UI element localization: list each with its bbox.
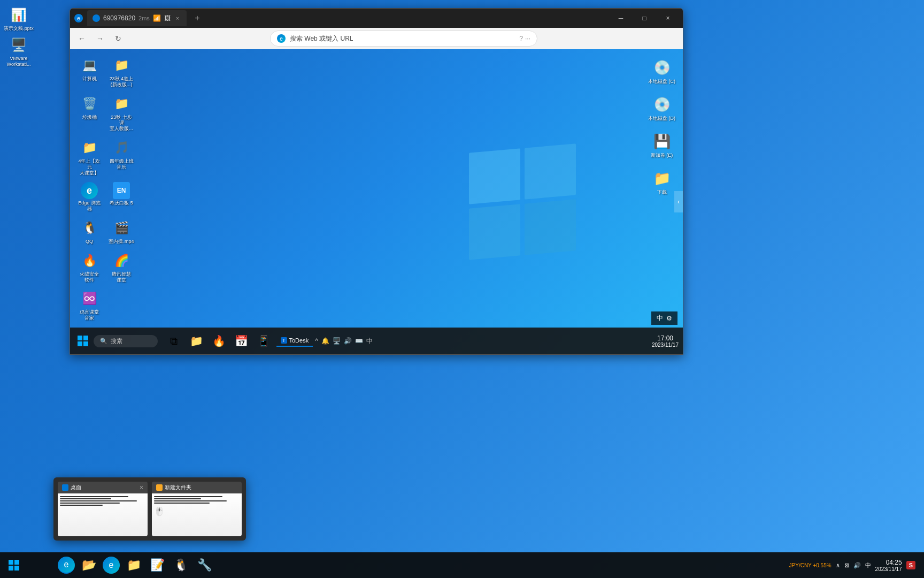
lang-indicator[interactable]: 中 ⚙ bbox=[651, 311, 677, 325]
qq-label: QQ bbox=[86, 239, 93, 245]
icon-disk-d[interactable]: 💿 本地磁盘 (D) bbox=[646, 92, 677, 124]
refresh-button[interactable]: ↻ bbox=[111, 31, 126, 46]
expand-icon[interactable]: ^ bbox=[315, 337, 318, 345]
preview-folder[interactable]: 新建文件夹 🖱️ bbox=[152, 482, 242, 536]
icon-qq[interactable]: 🐧 QQ bbox=[74, 216, 104, 247]
icon-folder1[interactable]: 📁 23秋 4道上(新改版...) bbox=[106, 54, 136, 90]
window-controls: ─ □ × bbox=[610, 11, 679, 26]
outer-tool-icon[interactable]: 🔧 bbox=[195, 556, 214, 575]
keyboard-icon[interactable]: ⌨️ bbox=[355, 337, 363, 345]
screen-icon[interactable]: 🖥️ bbox=[333, 337, 341, 345]
outer-start-button[interactable] bbox=[4, 556, 24, 575]
icon-tencent-class[interactable]: 🌈 腾讯智慧课堂 bbox=[106, 249, 136, 285]
outer-sys-tray: JPY/CNY +0.55% ∧ ⊠ 🔊 中 04:25 2023/11/17 … bbox=[789, 559, 920, 572]
disk-e-label: 新加卷 (E) bbox=[651, 152, 673, 159]
outer-network-icon[interactable]: ⊠ bbox=[844, 562, 849, 569]
music-icon: 🎵 bbox=[112, 138, 131, 157]
qq-icon: 🐧 bbox=[80, 218, 99, 238]
browser-tab[interactable]: 690976820 2ms 📶 🖼 × bbox=[87, 10, 187, 26]
help-icon[interactable]: ? bbox=[519, 35, 523, 42]
files-icon[interactable]: 📁 bbox=[187, 331, 206, 351]
inner-lang[interactable]: 中 bbox=[366, 337, 373, 346]
inner-right-icons: 💿 本地磁盘 (C) 💿 本地磁盘 (D) 💾 新加卷 (E) 📁 下载 bbox=[646, 55, 677, 198]
outer-expand-icon[interactable]: ∧ bbox=[836, 562, 840, 569]
outer-folder-icon[interactable]: 📁 bbox=[124, 556, 143, 575]
icon-edge[interactable]: e Edge 浏览器 bbox=[74, 180, 104, 214]
win-logo-bl bbox=[469, 204, 520, 260]
disk-d-icon: 💿 bbox=[651, 94, 673, 115]
outer-input-method[interactable]: S bbox=[906, 561, 915, 569]
outer-taskbar: e 📂 e 📁 📝 🐧 🔧 JPY/CNY +0.55% ∧ ⊠ 🔊 中 04:… bbox=[0, 552, 924, 578]
icon-security[interactable]: 🔥 火绒安全软件 bbox=[74, 249, 104, 285]
svg-rect-1 bbox=[83, 336, 88, 340]
outer-taskbar-icons: e 📂 e 📁 📝 🐧 🔧 bbox=[58, 556, 214, 575]
phone-icon[interactable]: 📱 bbox=[254, 331, 273, 351]
forward-button[interactable]: → bbox=[93, 31, 107, 46]
more-icon[interactable]: ··· bbox=[525, 35, 530, 42]
inner-sys-tray: ^ 🔔 🖥️ 🔊 ⌨️ 中 bbox=[315, 337, 373, 346]
sidebar-toggle-button[interactable]: ‹ bbox=[674, 191, 683, 212]
calendar-icon[interactable]: 📅 bbox=[232, 331, 251, 351]
outer-qq-icon[interactable]: 🐧 bbox=[171, 556, 190, 575]
inner-search[interactable]: 🔍 搜索 bbox=[94, 335, 158, 347]
icon-downloads[interactable]: 📁 下载 bbox=[646, 165, 677, 198]
icon-disk-e[interactable]: 💾 新加卷 (E) bbox=[646, 128, 677, 161]
outer-lang-icon[interactable]: 中 bbox=[865, 561, 871, 569]
svg-rect-3 bbox=[83, 341, 88, 346]
preview-desktop-label: 桌面 bbox=[71, 484, 81, 491]
todesk-button[interactable]: T ToDesk bbox=[276, 335, 313, 347]
search-text: 搜索 bbox=[111, 337, 122, 345]
outer-volume-icon[interactable]: 🔊 bbox=[853, 562, 861, 569]
windows-logo bbox=[469, 148, 576, 255]
folder3-label: 4年上【欢元大课堂】 bbox=[76, 158, 102, 176]
folder2-label: 23秋 七步课宝人教版... bbox=[109, 115, 134, 132]
taskview-icon[interactable]: ⧉ bbox=[164, 331, 183, 351]
vmware-label: VMwareWorkstati... bbox=[7, 56, 31, 67]
icon-recycle[interactable]: 🗑️ 垃圾桶 bbox=[74, 92, 104, 134]
svg-rect-2 bbox=[78, 341, 82, 346]
icon-video[interactable]: 🎬 室内操.mp4 bbox=[106, 216, 136, 247]
tab-label: 690976820 bbox=[103, 14, 135, 22]
tab-close-button[interactable]: × bbox=[174, 14, 181, 22]
outer-clock: 04:25 2023/11/17 bbox=[875, 559, 902, 572]
icon-folder3[interactable]: 📁 4年上【欢元大课堂】 bbox=[74, 136, 104, 178]
notif-icon[interactable]: 🔔 bbox=[321, 337, 329, 345]
address-bar[interactable]: e 搜索 Web 或键入 URL ? ··· bbox=[270, 31, 537, 47]
pptx-label: 演示文稿.pptx bbox=[4, 26, 34, 32]
music-label: 四年级上班音乐 bbox=[110, 158, 134, 170]
inner-time: 17:00 bbox=[652, 334, 679, 342]
icon-disk-c[interactable]: 💿 本地磁盘 (C) bbox=[646, 55, 677, 87]
lang-settings-icon[interactable]: ⚙ bbox=[666, 315, 672, 322]
preview-folder-icon bbox=[156, 484, 163, 491]
minimize-button[interactable]: ─ bbox=[610, 11, 632, 26]
computer-label: 计算机 bbox=[82, 76, 97, 82]
preview-desktop-close[interactable]: × bbox=[140, 484, 143, 491]
icon-folder2[interactable]: 📁 23秋 七步课宝人教版... bbox=[106, 92, 136, 134]
outer-filemanager-icon[interactable]: 📂 bbox=[79, 556, 98, 575]
outer-date: 2023/11/17 bbox=[875, 566, 902, 572]
add-tab-button[interactable]: + bbox=[191, 12, 204, 25]
close-button[interactable]: × bbox=[657, 11, 679, 26]
icon-whiteboard[interactable]: EN 希沃白板 5 bbox=[106, 180, 136, 214]
preview-folder-thumb: 🖱️ bbox=[152, 493, 242, 536]
video-label: 室内操.mp4 bbox=[109, 239, 134, 245]
fire-icon[interactable]: 🔥 bbox=[209, 331, 228, 351]
outer-icon-pptx[interactable]: 📊 演示文稿.pptx bbox=[3, 5, 35, 32]
recycle-icon: 🗑️ bbox=[80, 94, 99, 113]
start-button[interactable] bbox=[74, 332, 91, 349]
outer-icon-vmware[interactable]: 🖥️ VMwareWorkstati... bbox=[3, 35, 35, 67]
outer-edge-icon[interactable]: e bbox=[58, 557, 75, 574]
icon-audio-home[interactable]: ♾️ 鸡言课堂音家 bbox=[74, 287, 104, 323]
todesk-label: ToDesk bbox=[289, 337, 309, 344]
preview-desktop[interactable]: 桌面 × bbox=[58, 482, 148, 536]
outer-edge2-icon[interactable]: e bbox=[103, 557, 120, 574]
browser-window: e 690976820 2ms 📶 🖼 × + ─ □ × ← → ↻ bbox=[70, 8, 683, 355]
icon-music[interactable]: 🎵 四年级上班音乐 bbox=[106, 136, 136, 178]
audio-home-label: 鸡言课堂音家 bbox=[80, 309, 99, 321]
outer-notes-icon[interactable]: 📝 bbox=[148, 556, 167, 575]
icon-computer[interactable]: 💻 计算机 bbox=[74, 54, 104, 90]
maximize-button[interactable]: □ bbox=[634, 11, 655, 26]
back-button[interactable]: ← bbox=[74, 31, 89, 46]
outer-left-icon-panel: 📊 演示文稿.pptx 🖥️ VMwareWorkstati... bbox=[0, 0, 37, 578]
volume-icon[interactable]: 🔊 bbox=[344, 337, 352, 345]
